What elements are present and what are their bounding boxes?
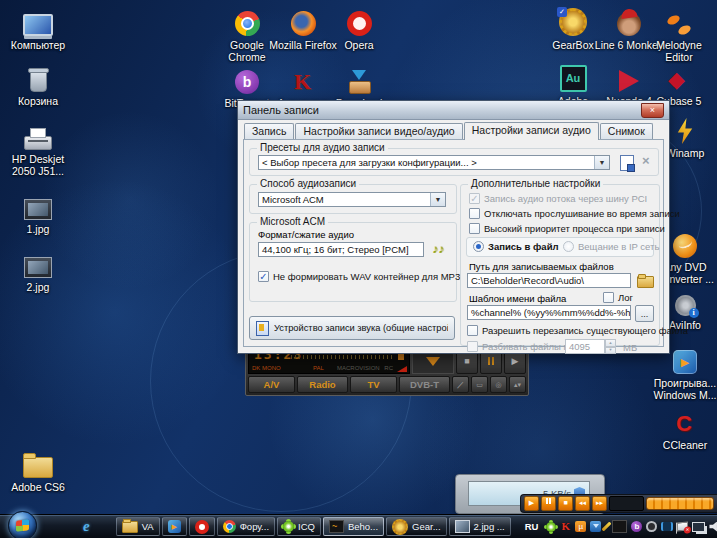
pci-stream-checkbox[interactable]: Запись аудио потока через шину PCI — [469, 193, 647, 204]
taskbar-button-behold[interactable]: Beho... — [323, 517, 384, 536]
language-indicator[interactable]: RU — [525, 521, 539, 532]
audio-method-combobox[interactable]: Microsoft ACM ▼ — [258, 192, 446, 207]
source-av-button[interactable]: A/V — [248, 376, 295, 393]
screen-mode-button[interactable]: ▭ — [471, 376, 488, 393]
desktop-icon-melodyne[interactable]: Melodyne Editor — [642, 6, 716, 63]
internet-explorer-icon[interactable]: e — [83, 518, 90, 535]
recorder-tray-icon[interactable] — [646, 521, 657, 532]
start-button[interactable] — [8, 511, 37, 538]
desktop-icon-hp-printer[interactable]: HP Deskjet 2050 J51... — [1, 120, 75, 177]
stop-icon: ■ — [464, 356, 469, 366]
pause-icon — [488, 357, 494, 365]
filename-template-field[interactable]: %channel% (%yy%%mm%%dd%-%hh%%nn% — [467, 305, 631, 320]
image-file-icon — [24, 199, 52, 220]
acm-group: Microsoft ACM Формат/сжатие аудио 44,100… — [249, 222, 457, 302]
split-files-checkbox[interactable]: Разбивать файлы по — [467, 341, 574, 352]
record-to-file-radio[interactable]: Запись в файл — [473, 241, 559, 252]
desktop-icon-adobe-cs6[interactable]: Adobe CS6 — [1, 448, 75, 493]
player-stop-button[interactable]: ■ — [558, 496, 573, 511]
allow-overwrite-checkbox[interactable]: Разрешить перезапись существующего файла — [467, 325, 688, 336]
gear-icon — [392, 519, 408, 535]
desktop-icon-opera[interactable]: Opera — [322, 6, 396, 51]
bittorrent-tray-icon[interactable] — [631, 521, 642, 532]
film-reel-icon — [675, 295, 696, 316]
icq-tray-icon[interactable] — [546, 522, 556, 532]
sound-device-button[interactable]: Устройство записи звука (общие настройки… — [249, 316, 455, 340]
timer-button[interactable]: ◎ — [490, 376, 507, 393]
source-radio-button[interactable]: Radio — [297, 376, 348, 393]
pen-tray-icon[interactable] — [602, 522, 612, 532]
delete-preset-icon[interactable]: × — [642, 153, 650, 168]
player-pause-button[interactable] — [541, 496, 556, 511]
preset-combobox[interactable]: < Выбор пресета для загрузки конфигураци… — [258, 155, 610, 170]
spin-up-icon[interactable]: ▲ — [605, 339, 616, 347]
behold-tv-tray-icon[interactable] — [612, 520, 627, 533]
checkbox-icon — [469, 193, 480, 204]
checkbox-icon — [603, 292, 614, 303]
record-path-field[interactable]: C:\Beholder\Record\Audio\ — [467, 273, 631, 288]
player-play-button[interactable]: ▶ — [524, 496, 539, 511]
taskbar-button-image-viewer[interactable]: 2.jpg ... — [449, 517, 511, 536]
desktop-icon-2jpg[interactable]: 2.jpg — [1, 248, 75, 293]
ip-broadcast-radio[interactable]: Вещание в IP сеть — [563, 241, 659, 252]
player-prev-button[interactable]: ◂◂ — [575, 496, 590, 511]
dialog-titlebar[interactable]: Панель записи × — [238, 101, 669, 120]
mute-monitoring-checkbox[interactable]: Отключать прослушивание во время записи — [469, 208, 680, 219]
wrench-icon: ／ — [457, 380, 464, 390]
icon-label: Проигрыва... Windows M... — [648, 377, 717, 401]
split-size-spinner[interactable]: 4095 ▲▼ — [565, 339, 616, 354]
icon-label: GearBox — [552, 39, 593, 51]
save-preset-icon[interactable] — [620, 155, 634, 171]
settings-wrench-button[interactable]: ／ — [452, 376, 469, 393]
player-next-button[interactable]: ▸▸ — [592, 496, 607, 511]
tab-snapshot[interactable]: Снимок — [600, 123, 653, 139]
desktop-icon-1jpg[interactable]: 1.jpg — [1, 190, 75, 235]
computer-icon — [23, 14, 53, 36]
icq-flower-icon — [283, 521, 294, 532]
close-button[interactable]: × — [641, 103, 664, 118]
taskbar-button-chrome-forum[interactable]: Фору... — [217, 517, 275, 536]
taskbar-button-wmp[interactable] — [162, 517, 187, 536]
cubase-icon — [667, 68, 691, 92]
action-center-flag-icon[interactable] — [677, 521, 688, 531]
desktop-icon-computer[interactable]: Компьютер — [1, 6, 75, 51]
folder-icon — [122, 521, 138, 533]
no-wav-container-checkbox[interactable]: Не формировать WAV контейнер для MP3 — [258, 271, 460, 282]
player-progress-bar[interactable] — [646, 497, 714, 510]
source-tv-button[interactable]: TV — [350, 376, 397, 393]
spin-down-icon[interactable]: ▼ — [605, 347, 616, 355]
network-icon[interactable] — [692, 522, 705, 532]
template-more-button[interactable]: ... — [635, 305, 654, 322]
kaspersky-tray-icon[interactable] — [560, 521, 571, 532]
log-checkbox[interactable]: Лог — [603, 292, 633, 303]
icon-label: 2.jpg — [27, 281, 50, 293]
winamp-icon — [676, 118, 695, 144]
desktop-icon-recycle-bin[interactable]: Корзина — [1, 62, 75, 107]
icon-label: 1.jpg — [27, 223, 50, 235]
desktop-icon-ccleaner[interactable]: CCleaner — [648, 406, 717, 451]
source-dvbt-button[interactable]: DVB-T — [399, 376, 450, 393]
icon-label: Компьютер — [11, 39, 65, 51]
filename-template-label: Шаблон имени файла — [469, 293, 566, 304]
tab-video-audio-settings[interactable]: Настройки записи видео/аудио — [295, 123, 462, 139]
audio-format-notes-icon[interactable]: ♪♪ — [432, 242, 444, 256]
opera-icon — [347, 11, 372, 36]
binoculars-tray-icon[interactable] — [661, 522, 673, 531]
monkey-icon — [617, 12, 641, 36]
tab-record[interactable]: Запись — [244, 123, 294, 139]
browse-folder-icon[interactable] — [637, 276, 654, 288]
taskbar-button-gearbox[interactable]: Gear... — [386, 517, 447, 536]
taskbar-button-opera[interactable] — [189, 517, 215, 536]
behold-tv-icon — [329, 520, 344, 533]
utorrent-tray-icon[interactable] — [575, 521, 586, 532]
speaker-icon[interactable] — [709, 522, 717, 532]
format-field[interactable]: 44,100 кГц; 16 бит; Стерео [PCM] — [258, 242, 424, 257]
taskbar-button-va-folder[interactable]: VA — [116, 517, 160, 536]
tab-audio-settings[interactable]: Настройки записи аудио — [464, 122, 599, 140]
high-priority-checkbox[interactable]: Высокий приоритет процесса при записи — [469, 223, 665, 234]
channel-updown-button[interactable]: ▴▾ — [509, 376, 526, 393]
play-icon: ▶ — [512, 356, 519, 366]
taskbar-button-icq[interactable]: ICQ — [277, 517, 321, 536]
download-master-tray-icon[interactable] — [590, 521, 601, 532]
dvd-converter-icon — [673, 234, 697, 258]
